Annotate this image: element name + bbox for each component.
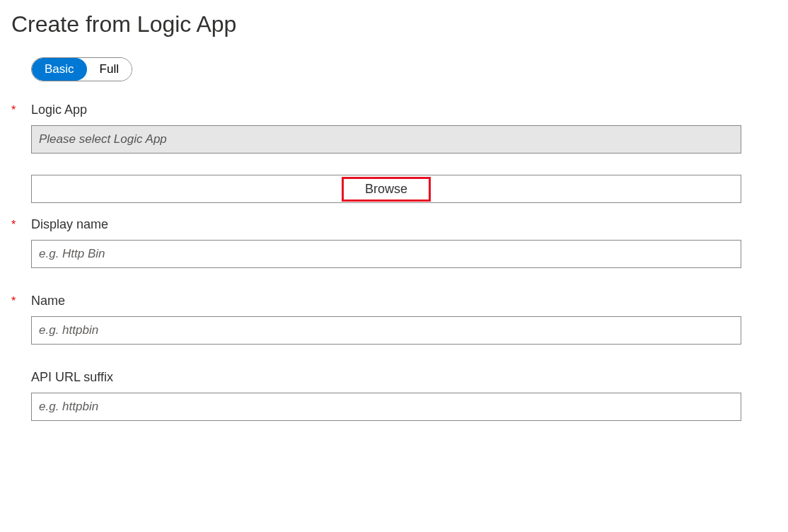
browse-container[interactable]: Browse: [31, 175, 741, 203]
api-url-suffix-input[interactable]: [31, 393, 741, 421]
toggle-full[interactable]: Full: [87, 58, 132, 81]
field-api-url-suffix: * API URL suffix: [11, 370, 777, 421]
api-url-suffix-label: API URL suffix: [31, 370, 113, 385]
field-name: * Name: [11, 294, 777, 345]
required-indicator: *: [11, 217, 31, 233]
logic-app-input[interactable]: Please select Logic App: [31, 125, 741, 154]
toggle-basic[interactable]: Basic: [32, 58, 87, 81]
field-logic-app: * Logic App Please select Logic App Brow…: [11, 103, 777, 203]
display-name-label: Display name: [31, 217, 108, 232]
name-input[interactable]: [31, 316, 741, 345]
required-indicator: *: [11, 294, 31, 309]
view-toggle: Basic Full: [31, 57, 132, 81]
required-indicator: *: [11, 103, 31, 118]
logic-app-label: Logic App: [31, 103, 87, 117]
page-title: Create from Logic App: [11, 11, 777, 37]
display-name-input[interactable]: [31, 240, 741, 268]
name-label: Name: [31, 294, 65, 308]
browse-button[interactable]: Browse: [342, 177, 431, 202]
field-display-name: * Display name: [11, 217, 777, 268]
